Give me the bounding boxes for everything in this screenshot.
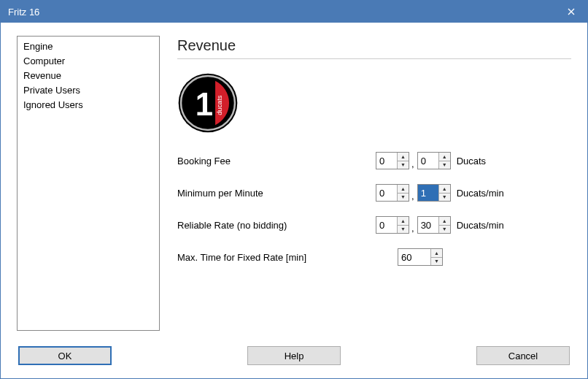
label-max-fixed-time: Max. Time for Fixed Rate [min] xyxy=(177,252,398,263)
spin-down-icon[interactable]: ▼ xyxy=(439,161,450,169)
spin-down-icon[interactable]: ▼ xyxy=(439,226,450,234)
sidebar-item-revenue[interactable]: Revenue xyxy=(22,69,155,83)
spin-down-icon[interactable]: ▼ xyxy=(439,194,450,202)
separator: , xyxy=(409,189,417,204)
unit-reliable-rate: Ducats/min xyxy=(457,220,504,231)
page-title: Revenue xyxy=(177,37,571,59)
booking-fee-a-input[interactable] xyxy=(376,153,397,169)
spin-up-icon[interactable]: ▲ xyxy=(398,217,409,226)
spin-up-icon[interactable]: ▲ xyxy=(398,153,409,161)
row-booking-fee: Booking Fee ▲▼ , ▲▼ Ducats xyxy=(177,150,571,172)
spin-down-icon[interactable]: ▼ xyxy=(398,226,409,234)
main-panel: Revenue 1 ducats Booking Fee ▲▼ , xyxy=(177,36,571,337)
category-list[interactable]: Engine Computer Revenue Private Users Ig… xyxy=(17,36,160,331)
button-bar: OK Help Cancel xyxy=(1,346,587,378)
spin-down-icon[interactable]: ▼ xyxy=(398,194,409,202)
label-reliable-rate: Reliable Rate (no bidding) xyxy=(177,220,376,231)
min-per-minute-b-input[interactable] xyxy=(418,185,438,201)
min-per-minute-a-stepper[interactable]: ▲▼ xyxy=(376,184,409,202)
max-fixed-time-input[interactable] xyxy=(398,249,430,265)
sidebar-item-label: Revenue xyxy=(23,70,61,81)
sidebar-item-label: Engine xyxy=(23,41,53,52)
min-per-minute-a-input[interactable] xyxy=(376,185,397,201)
help-button[interactable]: Help xyxy=(247,346,341,365)
ducats-logo-icon: 1 ducats xyxy=(177,72,239,134)
spin-up-icon[interactable]: ▲ xyxy=(431,249,442,258)
sidebar-item-label: Ignored Users xyxy=(23,99,83,110)
dialog-window: Fritz 16 Engine Computer Revenue Private… xyxy=(0,0,588,379)
svg-text:1: 1 xyxy=(196,86,213,122)
row-max-fixed-time: Max. Time for Fixed Rate [min] ▲▼ xyxy=(177,246,571,268)
spin-up-icon[interactable]: ▲ xyxy=(439,153,450,161)
spin-down-icon[interactable]: ▼ xyxy=(431,258,442,266)
sidebar-item-private-users[interactable]: Private Users xyxy=(22,83,155,98)
reliable-rate-b-input[interactable] xyxy=(418,217,438,233)
sidebar-item-computer[interactable]: Computer xyxy=(22,54,155,69)
sidebar-item-label: Computer xyxy=(23,55,65,66)
min-per-minute-b-stepper[interactable]: ▲▼ xyxy=(417,184,451,202)
spin-up-icon[interactable]: ▲ xyxy=(398,185,409,194)
label-booking-fee: Booking Fee xyxy=(177,156,376,166)
booking-fee-a-stepper[interactable]: ▲▼ xyxy=(376,152,409,169)
booking-fee-b-input[interactable] xyxy=(418,153,438,169)
sidebar-item-label: Private Users xyxy=(23,85,80,96)
sidebar-item-ignored-users[interactable]: Ignored Users xyxy=(22,98,155,112)
reliable-rate-b-stepper[interactable]: ▲▼ xyxy=(417,216,451,234)
reliable-rate-a-input[interactable] xyxy=(376,217,397,233)
label-min-per-minute: Minimum per Minute xyxy=(177,188,376,199)
spin-up-icon[interactable]: ▲ xyxy=(439,185,450,194)
reliable-rate-a-stepper[interactable]: ▲▼ xyxy=(376,216,409,234)
close-button[interactable] xyxy=(554,1,587,23)
row-min-per-minute: Minimum per Minute ▲▼ , ▲▼ Ducats/min xyxy=(177,182,571,204)
window-title: Fritz 16 xyxy=(8,7,554,18)
unit-min-per-minute: Ducats/min xyxy=(457,188,504,199)
unit-booking-fee: Ducats xyxy=(457,156,486,166)
max-fixed-time-stepper[interactable]: ▲▼ xyxy=(398,248,443,266)
cancel-button[interactable]: Cancel xyxy=(476,346,570,365)
spin-down-icon[interactable]: ▼ xyxy=(398,161,409,169)
content-area: Engine Computer Revenue Private Users Ig… xyxy=(1,23,587,346)
ok-button[interactable]: OK xyxy=(18,346,112,365)
titlebar: Fritz 16 xyxy=(1,1,587,23)
row-reliable-rate: Reliable Rate (no bidding) ▲▼ , ▲▼ Ducat… xyxy=(177,214,571,236)
svg-text:ducats: ducats xyxy=(216,95,223,115)
spin-up-icon[interactable]: ▲ xyxy=(439,217,450,226)
close-icon xyxy=(568,8,575,15)
separator: , xyxy=(409,157,417,172)
booking-fee-b-stepper[interactable]: ▲▼ xyxy=(417,152,451,169)
separator: , xyxy=(409,221,417,236)
sidebar-item-engine[interactable]: Engine xyxy=(22,39,155,54)
